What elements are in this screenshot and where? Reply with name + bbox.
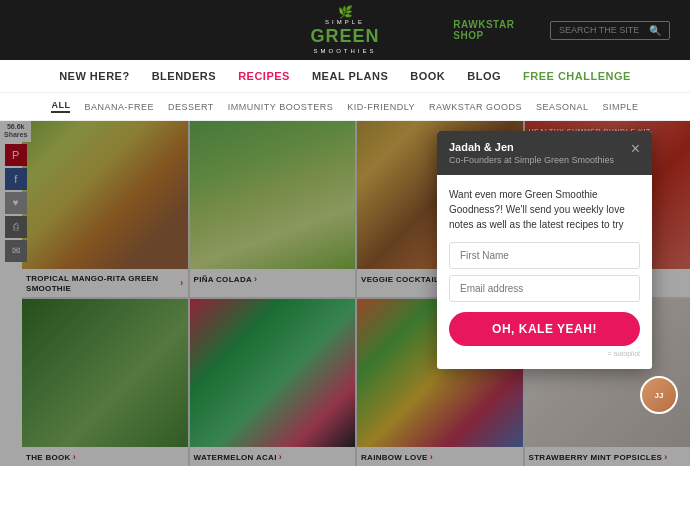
autopilot-note: = autopilot [449,350,640,357]
avatar: JJ [640,376,678,414]
popup-submit-button[interactable]: OH, KALE YEAH! [449,312,640,346]
header-right: RAWKSTAR SHOP 🔍 [453,19,670,41]
popup-name: Jadah & Jen [449,141,614,153]
sub-nav-banana-free[interactable]: BANANA-FREE [84,102,154,112]
sub-nav-rawkstar-goods[interactable]: RAWKSTAR GOODS [429,102,522,112]
search-input[interactable] [559,25,649,35]
popup-subtitle: Co-Founders at Simple Green Smoothies [449,155,614,165]
nav-item-free-challenge[interactable]: FREE CHALLENGE [523,70,631,82]
logo: 🌿 SIMPLE GREEN SMOOTHIES [311,5,380,55]
logo-area: 🌿 SIMPLE GREEN SMOOTHIES [237,5,454,55]
sub-nav-immunity[interactable]: IMMUNITY BOOSTERS [228,102,333,112]
search-icon[interactable]: 🔍 [649,25,661,36]
popup: Jadah & Jen Co-Founders at Simple Green … [437,131,652,369]
nav-item-recipes[interactable]: RECIPES [238,70,290,82]
logo-leaf: 🌿 [338,5,353,19]
sub-nav-kid-friendly[interactable]: KID-FRIENDLY [347,102,415,112]
main-nav: NEW HERE? BLENDERS RECIPES MEAL PLANS BO… [0,60,690,93]
avatar-initials: JJ [655,391,664,400]
search-bar[interactable]: 🔍 [550,21,670,40]
popup-description: Want even more Green Smoothie Goodness?!… [449,187,640,232]
nav-item-book[interactable]: BOOK [410,70,445,82]
popup-overlay: Jadah & Jen Co-Founders at Simple Green … [0,121,690,466]
nav-item-blenders[interactable]: BLENDERS [152,70,217,82]
sub-nav-simple[interactable]: SIMPLE [603,102,639,112]
sub-nav-seasonal[interactable]: SEASONAL [536,102,589,112]
content-area: 56.6k Shares P f ♥ ⎙ ✉ TROPICAL MANGO-RI… [0,121,690,466]
nav-item-new-here[interactable]: NEW HERE? [59,70,130,82]
logo-smoothies: SMOOTHIES [314,48,377,55]
logo-green: GREEN [311,26,380,48]
popup-email-input[interactable] [449,275,640,302]
popup-firstname-input[interactable] [449,242,640,269]
logo-simple: SIMPLE [325,19,365,26]
popup-header: Jadah & Jen Co-Founders at Simple Green … [437,131,652,175]
nav-item-blog[interactable]: BLOG [467,70,501,82]
sub-nav-all[interactable]: ALL [51,100,70,113]
sub-nav: ALL BANANA-FREE DESSERT IMMUNITY BOOSTER… [0,93,690,121]
popup-header-info: Jadah & Jen Co-Founders at Simple Green … [449,141,614,165]
popup-body: Want even more Green Smoothie Goodness?!… [437,175,652,369]
nav-item-meal-plans[interactable]: MEAL PLANS [312,70,388,82]
popup-close-icon[interactable]: × [631,141,640,157]
sub-nav-dessert[interactable]: DESSERT [168,102,214,112]
rawkstar-shop-link[interactable]: RAWKSTAR SHOP [453,19,540,41]
header: 🌿 SIMPLE GREEN SMOOTHIES RAWKSTAR SHOP 🔍 [0,0,690,60]
